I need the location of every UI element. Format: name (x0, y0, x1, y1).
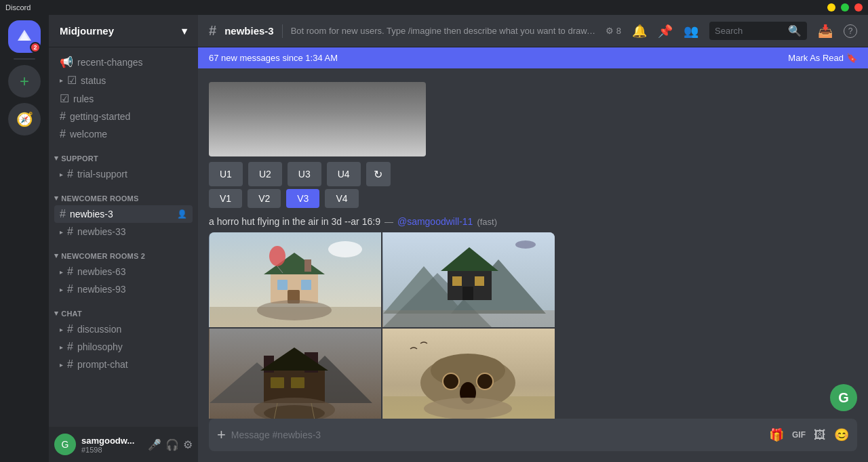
sidebar-item-getting-started[interactable]: # getting-started (54, 108, 193, 125)
minimize-button[interactable] (827, 3, 835, 12)
channel-name: newbies-3 (70, 209, 113, 219)
window-controls[interactable] (827, 3, 863, 12)
hut-svg-4 (383, 329, 555, 419)
category-newcomer-rooms-2[interactable]: ▾ NEWCOMER ROOMS 2 (49, 240, 198, 263)
sidebar-item-philosophy[interactable]: ▸ # philosophy (54, 338, 193, 356)
check-icon: ☑ (67, 74, 77, 87)
header-channel-name: newbies-3 (224, 25, 274, 37)
upscale-1-button[interactable]: U1 (209, 162, 243, 186)
maximize-button[interactable] (841, 3, 849, 12)
mark-as-read-button[interactable]: Mark As Read 🔖 (788, 53, 857, 63)
search-bar[interactable]: 🔍 (709, 22, 807, 40)
category-support[interactable]: ▾ SUPPORT (49, 143, 198, 165)
gif-button[interactable]: GIF (792, 430, 806, 440)
members-icon[interactable]: 👥 (684, 24, 698, 39)
channel-name: philosophy (77, 341, 123, 352)
guild-separator (14, 58, 35, 60)
category-arrow: ▾ (54, 309, 58, 318)
svg-rect-5 (301, 280, 311, 290)
add-icon: + (20, 72, 29, 91)
svg-rect-7 (304, 259, 311, 272)
main-content: # newbies-3 Bot room for new users. Type… (198, 15, 868, 462)
category-label: CHAT (61, 310, 82, 318)
settings-button[interactable]: ⚙ (183, 438, 193, 451)
input-actions: 🎁 GIF 🖼 😊 (769, 427, 849, 442)
server-header[interactable]: Midjourney ▾ (49, 15, 198, 47)
avatar: G (54, 434, 76, 455)
variation-4-button[interactable]: V4 (325, 189, 358, 208)
category-label: SUPPORT (61, 154, 98, 163)
sidebar-item-welcome[interactable]: # welcome (54, 125, 193, 143)
header-separator (282, 24, 283, 38)
hash-icon: # (60, 110, 66, 123)
channel-name: newbies-33 (77, 226, 126, 237)
arrow-icon: ▸ (60, 77, 63, 84)
user-controls: 🎤 🎧 ⚙ (148, 438, 193, 451)
headset-button[interactable]: 🎧 (165, 438, 179, 451)
help-icon[interactable]: ? (844, 24, 857, 38)
sidebar-item-newbies-33[interactable]: ▸ # newbies-33 (54, 223, 193, 240)
prompt-user[interactable]: @samgoodwill-11 (397, 216, 473, 227)
svg-point-21 (515, 240, 536, 249)
hut-svg-2 (383, 232, 555, 327)
guild-bar: 2 + 🧭 (0, 15, 49, 462)
hash-icon: # (67, 358, 73, 371)
hash-icon: # (60, 208, 66, 220)
variation-2-button[interactable]: V2 (248, 189, 281, 208)
category-chat[interactable]: ▾ CHAT (49, 298, 198, 320)
sidebar-item-discussion[interactable]: ▸ # discussion (54, 320, 193, 338)
sticker-icon[interactable]: 🖼 (814, 428, 826, 442)
header-description: Bot room for new users. Type /imagine th… (291, 26, 597, 36)
hut-image-4 (382, 329, 555, 419)
message-input[interactable] (231, 422, 764, 448)
emoji-icon[interactable]: 😊 (834, 427, 849, 442)
hash-icon: # (67, 226, 73, 238)
sidebar-item-rules[interactable]: ☑ rules (54, 89, 193, 108)
sidebar-item-newbies-3[interactable]: # newbies-3 👤 (54, 205, 193, 223)
variation-1-button[interactable]: V1 (209, 189, 242, 208)
upscale-2-button[interactable]: U2 (248, 162, 282, 186)
sidebar-item-newbies-93[interactable]: ▸ # newbies-93 (54, 280, 193, 298)
category-arrow: ▾ (54, 194, 58, 203)
sidebar-item-status[interactable]: ▸ ☑ status (54, 71, 193, 89)
hut-svg-3 (210, 329, 381, 419)
arrow-icon: ▸ (60, 228, 63, 236)
upscale-4-button[interactable]: U4 (327, 162, 361, 186)
hash-icon: # (67, 168, 73, 180)
hut-image-3 (209, 329, 381, 419)
hut-svg-1 (210, 232, 381, 327)
close-button[interactable] (854, 3, 863, 12)
svg-rect-22 (383, 310, 555, 327)
channel-name: newbies-93 (77, 284, 126, 295)
explore-button[interactable]: 🧭 (8, 103, 41, 135)
sidebar-item-trial-support[interactable]: ▸ # trial-support (54, 165, 193, 183)
category-newcomer-rooms[interactable]: ▾ NEWCOMER ROOMS (49, 183, 198, 205)
messages-area[interactable]: U1 U2 U3 U4 ↻ V1 V2 V3 V4 a horro hut fl… (198, 68, 868, 419)
notification-icon[interactable]: 🔔 (632, 24, 647, 39)
variation-3-button[interactable]: V3 (286, 189, 319, 208)
upscale-3-button[interactable]: U3 (288, 162, 321, 186)
ai-avatar[interactable]: G (830, 384, 857, 411)
guild-icon-midjourney[interactable]: 2 (8, 20, 41, 53)
attach-button[interactable]: + (217, 419, 226, 451)
svg-rect-31 (291, 377, 304, 388)
refresh-button-top[interactable]: ↻ (366, 162, 391, 186)
gift-icon[interactable]: 🎁 (769, 427, 784, 442)
add-server-button[interactable]: + (8, 65, 41, 98)
message-group-top: U1 U2 U3 U4 ↻ V1 V2 V3 V4 (198, 79, 868, 213)
pin-icon[interactable]: 📌 (658, 24, 673, 39)
sidebar-item-recent-changes[interactable]: 📢 recent-changes (54, 53, 193, 71)
app-title: Discord (5, 3, 31, 12)
server-dropdown-icon: ▾ (182, 25, 187, 37)
hash-icon: # (67, 323, 73, 335)
sidebar-item-prompt-chat[interactable]: ▸ # prompt-chat (54, 356, 193, 373)
channel-list: 📢 recent-changes ▸ ☑ status ☑ rules # ge… (49, 47, 198, 427)
sidebar-item-newbies-63[interactable]: ▸ # newbies-63 (54, 263, 193, 280)
search-input[interactable] (715, 26, 785, 36)
inbox-icon[interactable]: 📥 (818, 24, 833, 39)
microphone-button[interactable]: 🎤 (148, 438, 161, 451)
message-group-hut: a horro hut flying in the air in 3d --ar… (198, 213, 868, 419)
member-icon: 👤 (177, 209, 187, 219)
channel-name: getting-started (70, 111, 131, 122)
channel-name: recent-changes (77, 57, 143, 68)
